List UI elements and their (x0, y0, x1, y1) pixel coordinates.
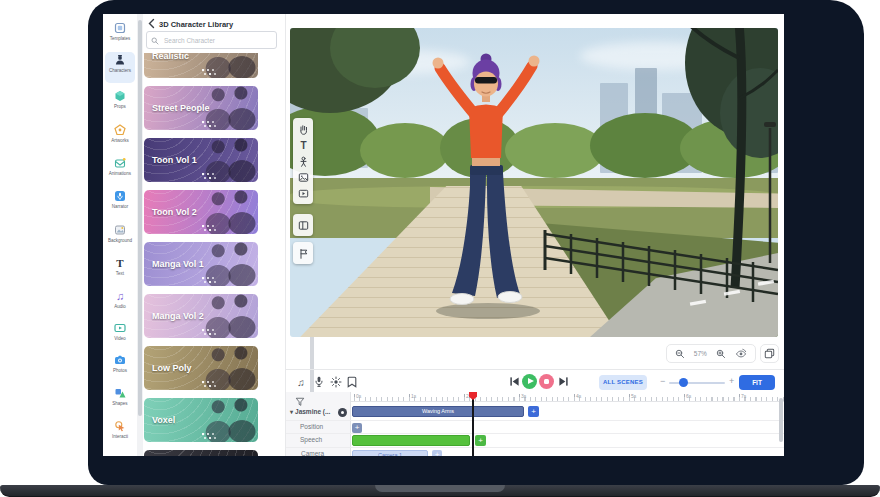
library-card-manga-vol-2[interactable]: Manga Vol 2 (144, 294, 258, 338)
image-tool-icon[interactable] (293, 169, 313, 185)
video-icon (105, 322, 135, 336)
sidebar-item-label: Shapes (105, 401, 135, 407)
library-card-street-people[interactable]: Street People (144, 86, 258, 130)
sidebar-item-animations[interactable]: Animations (105, 155, 135, 186)
sidebar-item-label: Interacti (105, 434, 135, 440)
track-header-speech[interactable]: Speech (300, 436, 322, 443)
sparkles-decor (202, 121, 204, 123)
timeline-zoom-in[interactable]: + (729, 374, 734, 389)
duplicate-button[interactable] (760, 344, 779, 363)
sidebar-item-label: Animations (105, 171, 135, 177)
layout-panel-icon[interactable] (293, 217, 313, 233)
music-icon[interactable]: ♫ (294, 375, 307, 388)
scene-lamppost (764, 122, 776, 263)
timeline-zoom-out[interactable]: − (660, 374, 665, 389)
shapes-icon (105, 387, 135, 401)
sidebar-item-interactions[interactable]: Interacti (105, 418, 135, 449)
sidebar-item-narrator[interactable]: Narrator (105, 188, 135, 219)
library-card-voxel[interactable]: Voxel (144, 398, 258, 442)
all-scenes-button[interactable]: ALL SCENES (599, 375, 647, 390)
effects-icon[interactable] (329, 375, 342, 388)
sidebar-item-label: Text (105, 271, 135, 277)
timeline-zoom-slider[interactable] (669, 382, 725, 384)
card-label: Toon Vol 2 (152, 207, 197, 217)
add-camera-button[interactable]: + (432, 450, 442, 456)
sparkles-decor (202, 329, 204, 331)
add-speech-button[interactable]: + (475, 435, 486, 446)
sidebar-item-background[interactable]: Background (105, 222, 135, 253)
ruler-label: 3s (521, 393, 526, 399)
library-card-toon-vol-1[interactable]: Toon Vol 1 (144, 138, 258, 182)
video-tool-icon[interactable] (293, 185, 313, 201)
stage-canvas[interactable]: T (290, 28, 778, 337)
track-header-camera[interactable]: Camera (301, 450, 324, 456)
timeline-zoom-handle[interactable] (679, 378, 688, 387)
sidebar-item-label: Video (105, 336, 135, 342)
sidebar-item-label: Props (105, 104, 135, 110)
canvas-toolbar-layout (293, 214, 313, 236)
photos-icon (105, 354, 135, 368)
sidebar-item-templates[interactable]: Templates (105, 20, 135, 51)
text-tool-icon[interactable]: T (293, 137, 313, 153)
artworks-icon (105, 124, 135, 138)
svg-text:♫: ♫ (116, 290, 124, 302)
character-jasmine (433, 54, 541, 320)
library-card-next[interactable] (144, 450, 258, 456)
scene-detail-layer (290, 28, 778, 337)
track-visibility-toggle[interactable] (338, 408, 347, 417)
record-button[interactable] (539, 374, 554, 389)
sidebar-item-text[interactable]: T Text (105, 255, 135, 286)
panel-title: 3D Character Library (159, 20, 233, 29)
ruler-label: 1s (411, 393, 416, 399)
clip-camera-1[interactable]: Camera 1 (352, 450, 428, 456)
templates-icon (105, 22, 135, 36)
sidebar-item-label: Background (105, 238, 135, 244)
flag-tool-icon[interactable] (293, 245, 313, 261)
sidebar-item-audio[interactable]: ♫ Audio (105, 288, 135, 319)
track-header-position[interactable]: Position (300, 423, 323, 430)
microphone-icon[interactable] (312, 375, 325, 388)
search-box[interactable] (146, 31, 277, 49)
sidebar: Templates Characters Props Artworks Anim… (103, 14, 137, 456)
library-card-realistic[interactable]: Realistic (144, 53, 258, 78)
library-card-toon-vol-2[interactable]: Toon Vol 2 (144, 190, 258, 234)
hand-tool-icon[interactable] (293, 121, 313, 137)
sparkles-decor (202, 433, 204, 435)
zoom-in-icon[interactable] (716, 345, 726, 363)
page: Templates Characters Props Artworks Anim… (0, 0, 880, 497)
characters-icon (105, 54, 135, 68)
sidebar-item-props[interactable]: Props (105, 88, 135, 119)
clip-waving-arms[interactable]: Waving Arms (352, 406, 524, 417)
ruler-label: 4s (576, 393, 581, 399)
timeline-scrollbar-thumb[interactable] (779, 398, 783, 442)
svg-text:T: T (116, 257, 124, 269)
card-list: Realistic Street People Toon Vol 1 Toon … (143, 53, 285, 456)
bookmark-icon[interactable] (345, 375, 358, 388)
card-label: Toon Vol 1 (152, 155, 197, 165)
sidebar-item-shapes[interactable]: Shapes (105, 385, 135, 416)
library-card-manga-vol-1[interactable]: Manga Vol 1 (144, 242, 258, 286)
preview-eye-icon[interactable] (735, 345, 747, 363)
sidebar-item-artworks[interactable]: Artworks (105, 122, 135, 153)
sidebar-scrollbar-thumb[interactable] (138, 20, 142, 416)
play-button[interactable] (522, 374, 537, 389)
sidebar-item-video[interactable]: Video (105, 320, 135, 351)
copy-icon (764, 345, 775, 363)
sidebar-item-label: Photos (105, 368, 135, 374)
character-library-panel: 3D Character Library Realistic Street Pe… (143, 14, 285, 456)
track-header-character[interactable]: ▾Jasmine (... (290, 408, 330, 415)
clip-speech[interactable] (352, 435, 470, 446)
add-animation-button[interactable]: + (528, 406, 539, 417)
fit-button[interactable]: FIT (739, 375, 775, 390)
search-input[interactable] (162, 36, 266, 45)
character-pose-tool-icon[interactable] (293, 153, 313, 169)
sparkles-decor (202, 225, 204, 227)
sparkles-decor (202, 381, 204, 383)
sidebar-item-photos[interactable]: Photos (105, 352, 135, 383)
zoom-out-icon[interactable] (675, 345, 685, 363)
add-position-button[interactable]: + (352, 423, 362, 433)
skip-back-icon[interactable] (508, 375, 521, 388)
sidebar-item-characters[interactable]: Characters (105, 52, 135, 83)
library-card-low-poly[interactable]: Low Poly (144, 346, 258, 390)
skip-forward-icon[interactable] (557, 375, 570, 388)
